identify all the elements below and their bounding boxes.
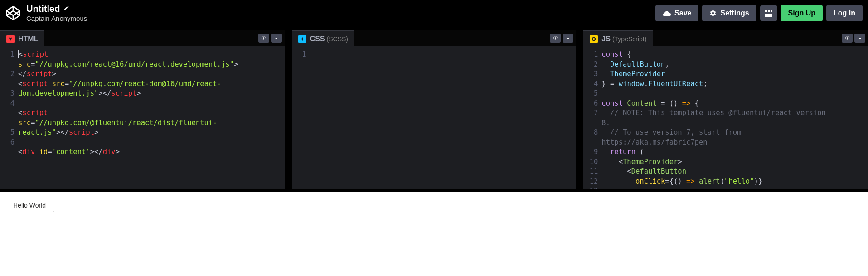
svg-point-7 <box>847 37 848 39</box>
layout-button[interactable] <box>760 5 777 21</box>
codepen-logo-icon[interactable] <box>5 5 21 21</box>
svg-point-6 <box>592 37 596 40</box>
settings-button[interactable]: Settings <box>702 5 756 21</box>
css-badge-icon <box>298 35 306 43</box>
css-dropdown-button[interactable]: ▾ <box>563 34 573 43</box>
js-settings-button[interactable] <box>842 34 853 43</box>
svg-rect-0 <box>765 10 767 12</box>
css-tab[interactable]: CSS (SCSS) <box>292 30 354 46</box>
html-gutter: 123456 <box>0 50 18 157</box>
css-editor[interactable]: 1 <box>292 46 577 189</box>
svg-rect-2 <box>771 10 772 12</box>
html-code[interactable]: <scriptsrc="//unpkg.com/react@16/umd/rea… <box>18 50 285 157</box>
js-dropdown-button[interactable]: ▾ <box>854 34 865 43</box>
top-bar: Untitled Captain Anonymous Save Sett <box>0 0 868 26</box>
js-editor[interactable]: 12345678910111213 const { DefaultButton,… <box>583 46 868 189</box>
css-code[interactable] <box>310 50 577 60</box>
signup-button[interactable]: Sign Up <box>781 5 823 21</box>
html-settings-button[interactable] <box>258 34 269 43</box>
js-gutter: 12345678910111213 <box>583 50 601 189</box>
js-badge-icon <box>590 35 598 43</box>
js-panel-header: JS (TypeScript) ▾ <box>583 30 868 46</box>
gear-icon <box>553 35 558 41</box>
css-suffix: (SCSS) <box>327 35 348 43</box>
html-dropdown-button[interactable]: ▾ <box>271 34 282 43</box>
chevron-down-icon: ▾ <box>567 36 569 41</box>
header-actions: Save Settings Sign Up Log In <box>655 5 863 21</box>
html-panel: HTML ▾ 123456 <scriptsrc="//unpkg.com/re… <box>0 30 285 189</box>
html-panel-header: HTML ▾ <box>0 30 285 46</box>
html-tab[interactable]: HTML <box>0 30 44 46</box>
editor-panels: HTML ▾ 123456 <scriptsrc="//unpkg.com/re… <box>0 26 868 192</box>
cloud-icon <box>663 10 671 16</box>
html-editor[interactable]: 123456 <scriptsrc="//unpkg.com/react@16/… <box>0 46 285 189</box>
pen-title[interactable]: Untitled <box>26 3 60 15</box>
login-label: Log In <box>834 9 855 17</box>
edit-title-icon[interactable] <box>63 5 69 13</box>
result-pane[interactable]: Hello World <box>0 192 868 276</box>
svg-rect-3 <box>765 14 772 17</box>
css-panel: CSS (SCSS) ▾ 1 <box>292 30 577 189</box>
pen-author[interactable]: Captain Anonymous <box>26 15 87 23</box>
layout-icon <box>765 10 772 17</box>
css-gutter: 1 <box>292 50 310 60</box>
gear-icon <box>261 35 266 41</box>
html-label: HTML <box>18 35 38 43</box>
settings-label: Settings <box>720 9 749 17</box>
css-label: CSS <box>310 35 325 43</box>
chevron-down-icon: ▾ <box>859 36 861 41</box>
gear-icon <box>845 35 850 41</box>
chevron-down-icon: ▾ <box>275 36 277 41</box>
save-label: Save <box>674 9 691 17</box>
signup-label: Sign Up <box>788 9 815 17</box>
svg-rect-1 <box>768 10 770 12</box>
html-badge-icon <box>6 35 15 43</box>
gear-icon <box>709 10 717 17</box>
css-panel-header: CSS (SCSS) ▾ <box>292 30 577 46</box>
css-settings-button[interactable] <box>550 34 561 43</box>
hello-world-button[interactable]: Hello World <box>5 199 54 212</box>
login-button[interactable]: Log In <box>826 5 863 21</box>
js-panel: JS (TypeScript) ▾ 12345678910111213 cons… <box>583 30 868 189</box>
svg-point-5 <box>555 37 556 39</box>
js-code[interactable]: const { DefaultButton, ThemeProvider} = … <box>601 50 868 189</box>
js-suffix: (TypeScript) <box>612 35 646 43</box>
brand-area: Untitled Captain Anonymous <box>5 3 87 23</box>
js-tab[interactable]: JS (TypeScript) <box>583 30 653 46</box>
js-label: JS <box>601 35 611 43</box>
save-button[interactable]: Save <box>655 5 698 21</box>
svg-point-4 <box>263 37 264 39</box>
